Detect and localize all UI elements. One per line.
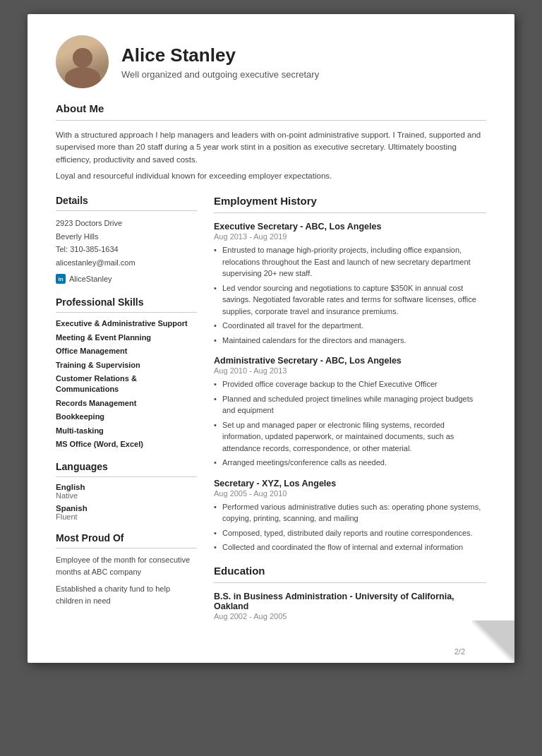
lang-0: English Native — [56, 483, 197, 500]
candidate-name: Alice Stanley — [121, 44, 319, 66]
job-0-bullet-3: Maintained calendars for the directors a… — [214, 335, 486, 347]
about-section: About Me With a structured approach I he… — [56, 102, 486, 182]
page-number: 2/2 — [454, 647, 465, 656]
job-0-dates: Aug 2013 - Aug 2019 — [214, 232, 486, 241]
skill-7: Multi-tasking — [56, 426, 197, 436]
job-2-bullet-2: Collected and coordinated the flow of in… — [214, 541, 486, 553]
skills-divider — [56, 312, 197, 313]
employment-divider — [214, 212, 486, 213]
skill-6: Bookkeeping — [56, 412, 197, 422]
job-2: Secretary - XYZ, Los Angeles Aug 2005 - … — [214, 479, 486, 553]
job-2-title: Secretary - XYZ, Los Angeles — [214, 479, 486, 488]
skills-section: Professional Skills Executive & Administ… — [56, 296, 197, 450]
two-col-layout: Details 2923 Doctors Drive Beverly Hills… — [56, 195, 486, 620]
details-address: 2923 Doctors Drive — [56, 217, 197, 230]
resume-header: Alice Stanley Well organized and outgoin… — [56, 35, 486, 88]
details-city: Beverly Hills — [56, 230, 197, 244]
job-0-bullet-1: Led vendor sourcing and negotiations to … — [214, 282, 486, 318]
languages-section: Languages English Native Spanish Fluent — [56, 461, 197, 521]
job-2-dates: Aug 2005 - Aug 2010 — [214, 489, 486, 498]
proud-0: Employee of the month for consecutive mo… — [56, 554, 197, 577]
about-para-1: With a structured approach I help manage… — [56, 129, 486, 166]
right-column: Employment History Executive Secretary -… — [214, 195, 486, 620]
about-divider — [56, 120, 486, 121]
skill-8: MS Office (Word, Excel) — [56, 439, 197, 450]
resume-page: Alice Stanley Well organized and outgoin… — [28, 14, 514, 663]
job-0-bullet-2: Coordinated all travel for the departmen… — [214, 320, 486, 332]
avatar — [56, 35, 109, 88]
job-1-bullet-2: Set up and managed paper or electronic f… — [214, 419, 486, 455]
proud-section: Most Proud Of Employee of the month for … — [56, 532, 197, 606]
employment-section: Employment History Executive Secretary -… — [214, 195, 486, 553]
edu-0-degree: B.S. in Business Administration - Univer… — [214, 592, 486, 611]
skill-1: Meeting & Event Planning — [56, 332, 197, 343]
job-1-bullets: Provided office coverage backup to the C… — [214, 378, 486, 469]
lang-0-name: English — [56, 483, 197, 491]
resume-content: Alice Stanley Well organized and outgoin… — [28, 14, 514, 663]
job-1-bullet-1: Planned and scheduled project timelines … — [214, 393, 486, 416]
linkedin-icon: in — [56, 274, 66, 284]
about-title: About Me — [56, 102, 486, 114]
linkedin-row: in AliceStanley — [56, 272, 197, 286]
job-0-bullet-0: Entrusted to manage high-priority projec… — [214, 244, 486, 280]
details-phone: Tel: 310-385-1634 — [56, 243, 197, 256]
skill-2: Office Management — [56, 346, 197, 356]
lang-1: Spanish Fluent — [56, 504, 197, 521]
skills-title: Professional Skills — [56, 296, 197, 308]
job-0-title: Executive Secretary - ABC, Los Angeles — [214, 222, 486, 232]
details-title: Details — [56, 195, 197, 206]
job-1-bullet-3: Arranged meetings/conference calls as ne… — [214, 457, 486, 469]
page-curl — [472, 620, 514, 663]
employment-title: Employment History — [214, 195, 486, 207]
education-section: Education B.S. in Business Administratio… — [214, 565, 486, 620]
left-column: Details 2923 Doctors Drive Beverly Hills… — [56, 195, 197, 620]
languages-title: Languages — [56, 461, 197, 472]
edu-0-dates: Aug 2002 - Aug 2005 — [214, 612, 486, 620]
skill-0: Executive & Administrative Support — [56, 318, 197, 329]
details-email: alicestanley@mail.com — [56, 256, 197, 270]
job-1: Administrative Secretary - ABC, Los Ange… — [214, 356, 486, 469]
job-1-bullet-0: Provided office coverage backup to the C… — [214, 378, 486, 390]
education-title: Education — [214, 565, 486, 577]
languages-divider — [56, 476, 197, 477]
linkedin-handle: AliceStanley — [69, 272, 112, 286]
details-section: Details 2923 Doctors Drive Beverly Hills… — [56, 195, 197, 285]
candidate-tagline: Well organized and outgoing executive se… — [121, 69, 319, 80]
skill-3: Training & Supervision — [56, 360, 197, 371]
details-divider — [56, 210, 197, 211]
skill-4: Customer Relations & Communications — [56, 373, 197, 395]
about-para-2: Loyal and resourceful individual known f… — [56, 170, 486, 182]
details-text: 2923 Doctors Drive Beverly Hills Tel: 31… — [56, 217, 197, 270]
job-0: Executive Secretary - ABC, Los Angeles A… — [214, 222, 486, 346]
job-2-bullet-0: Performed various administrative duties … — [214, 501, 486, 524]
lang-0-level: Native — [56, 491, 197, 500]
lang-1-level: Fluent — [56, 512, 197, 521]
education-divider — [214, 582, 486, 583]
proud-divider — [56, 548, 197, 548]
proud-title: Most Proud Of — [56, 532, 197, 544]
proud-1: Established a charity fund to help child… — [56, 583, 197, 606]
job-2-bullets: Performed various administrative duties … — [214, 501, 486, 553]
header-text: Alice Stanley Well organized and outgoin… — [121, 44, 319, 80]
skill-5: Records Management — [56, 398, 197, 409]
job-1-dates: Aug 2010 - Aug 2013 — [214, 366, 486, 375]
lang-1-name: Spanish — [56, 504, 197, 512]
job-0-bullets: Entrusted to manage high-priority projec… — [214, 244, 486, 346]
job-1-title: Administrative Secretary - ABC, Los Ange… — [214, 356, 486, 366]
job-2-bullet-1: Composed, typed, distributed daily repor… — [214, 527, 486, 539]
